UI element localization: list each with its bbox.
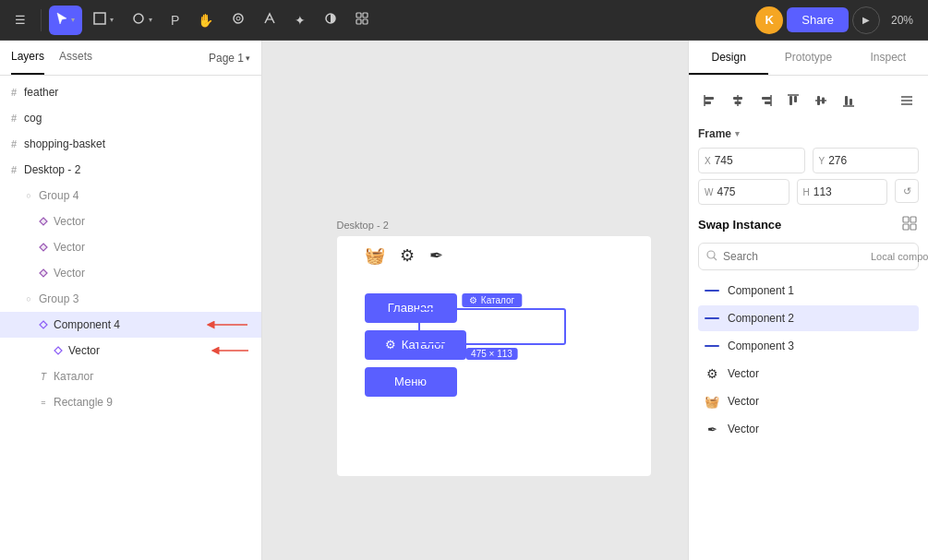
- align-middle-btn[interactable]: [809, 89, 833, 113]
- search-icon: [706, 250, 717, 264]
- chevron-icon: ▾: [71, 16, 75, 24]
- arrow-indicator-1: [203, 318, 254, 331]
- align-center-btn[interactable]: [726, 89, 750, 113]
- plugin-tool[interactable]: ✦: [287, 6, 313, 35]
- rect-icon: =: [37, 396, 50, 409]
- nav-btn-home[interactable]: Главная: [365, 293, 457, 323]
- layer-item-feather[interactable]: # feather: [0, 79, 261, 105]
- plugin-icon: ✦: [295, 13, 306, 28]
- component-item-vec1[interactable]: ⚙ Vector: [698, 361, 919, 387]
- scope-select[interactable]: Local compo...: [867, 250, 928, 263]
- play-button[interactable]: ▶: [852, 6, 880, 34]
- frame-tool[interactable]: ▾: [86, 6, 121, 35]
- user-avatar[interactable]: K: [755, 6, 783, 34]
- component-item-2[interactable]: Component 2: [698, 305, 919, 331]
- component-item-1[interactable]: Component 1: [698, 278, 919, 304]
- layer-item-group4[interactable]: ○ Group 4: [0, 183, 261, 209]
- contrast-tool[interactable]: [317, 6, 344, 35]
- swap-instance-header: Swap Instance: [698, 214, 919, 235]
- layer-name-group4: Group 4: [39, 189, 254, 202]
- layer-item-shopping-basket[interactable]: # shopping-basket: [0, 131, 261, 157]
- align-left-btn[interactable]: [698, 89, 722, 113]
- nav-btn-menu[interactable]: Меню: [365, 367, 457, 397]
- layers-tab[interactable]: Layers: [11, 41, 44, 75]
- paint-icon: [263, 12, 276, 28]
- layer-item-desktop2[interactable]: # Desktop - 2: [0, 157, 261, 183]
- design-tab[interactable]: Design: [689, 41, 768, 75]
- select-tool[interactable]: ▾: [49, 6, 82, 35]
- chevron-down-icon-frame: ▾: [735, 129, 740, 138]
- menu-button[interactable]: ☰: [7, 6, 33, 35]
- comment-tool[interactable]: [224, 6, 252, 35]
- align-right-btn[interactable]: [753, 89, 777, 113]
- frame-section-header: Frame ▾: [698, 127, 919, 140]
- more-align-btn[interactable]: [895, 89, 919, 113]
- right-panel: Design Prototype Inspect: [688, 41, 928, 560]
- arrow-indicator-2: [208, 344, 254, 357]
- pen-tool[interactable]: P: [163, 6, 187, 35]
- nav-btn-catalog[interactable]: ⚙ Каталог: [365, 330, 466, 360]
- layer-item-group3[interactable]: ○ Group 3: [0, 286, 261, 312]
- y-field[interactable]: Y 276: [813, 148, 920, 173]
- layer-item-vector4[interactable]: Vector: [0, 338, 261, 363]
- svg-point-3: [236, 17, 240, 20]
- hand-icon: ✋: [198, 13, 213, 28]
- layer-name-vector2: Vector: [54, 241, 254, 254]
- w-field[interactable]: W 475: [698, 179, 789, 205]
- svg-rect-5: [356, 13, 361, 18]
- layer-item-vector3[interactable]: Vector: [0, 260, 261, 286]
- layer-item-catalog[interactable]: T Каталог: [0, 363, 261, 389]
- prototype-tab[interactable]: Prototype: [768, 41, 848, 75]
- zoom-level[interactable]: 20%: [884, 10, 921, 30]
- vector4-icon: [52, 344, 65, 357]
- search-row[interactable]: Local compo...: [698, 243, 919, 270]
- layer-name-catalog: Каталог: [54, 370, 254, 383]
- layer-name-component4: Component 4: [54, 318, 196, 331]
- search-input[interactable]: [723, 250, 862, 263]
- corner-btn[interactable]: ↺: [895, 179, 919, 203]
- layer-item-cog[interactable]: # cog: [0, 105, 261, 131]
- layer-item-vector2[interactable]: Vector: [0, 234, 261, 260]
- layer-item-rect9[interactable]: = Rectangle 9: [0, 389, 261, 415]
- shape-tool[interactable]: ▾: [125, 6, 160, 35]
- layer-name: feather: [24, 86, 254, 99]
- component-item-vec3[interactable]: ✒ Vector: [698, 416, 919, 442]
- grid-icon: [902, 216, 917, 231]
- group-icon: ○: [22, 189, 35, 202]
- x-value: 745: [715, 154, 799, 167]
- layer-name-rect9: Rectangle 9: [54, 396, 254, 409]
- svg-rect-34: [903, 224, 909, 230]
- share-button[interactable]: Share: [787, 7, 849, 32]
- component-item-vec2[interactable]: 🧺 Vector: [698, 388, 919, 414]
- grid-view-btn[interactable]: [900, 214, 919, 235]
- layer-name-vector1: Vector: [54, 215, 254, 228]
- align-bottom-btn[interactable]: [837, 89, 861, 113]
- component-list: Component 1 Component 2 Component 3: [698, 278, 919, 442]
- svg-rect-27: [850, 99, 852, 105]
- x-label: X: [705, 156, 711, 166]
- y-value: 276: [828, 154, 912, 167]
- assets-tab[interactable]: Assets: [59, 41, 92, 75]
- svg-point-1: [134, 14, 143, 23]
- align-middle-icon: [814, 94, 827, 107]
- component-tool[interactable]: [348, 6, 376, 35]
- h-field[interactable]: H 113: [797, 179, 888, 205]
- component-item-3[interactable]: Component 3: [698, 333, 919, 359]
- h-label: H: [803, 187, 810, 197]
- frame-hash-icon-3: #: [7, 137, 20, 150]
- svg-rect-33: [910, 217, 916, 222]
- cursor-icon: [56, 12, 67, 28]
- layer-item-component4[interactable]: Component 4: [0, 312, 261, 338]
- page-selector[interactable]: Page 1 ▾: [209, 52, 250, 65]
- vector-icon-1: [37, 215, 50, 228]
- layers-list: # feather # cog # shopping-basket # Desk…: [0, 76, 261, 560]
- align-top-btn[interactable]: [781, 89, 805, 113]
- hand-tool[interactable]: ✋: [190, 6, 221, 35]
- inspect-tab[interactable]: Inspect: [849, 41, 928, 75]
- x-field[interactable]: X 745: [698, 148, 805, 173]
- comp2-icon: [704, 310, 720, 327]
- svg-rect-21: [794, 96, 797, 102]
- paint-tool[interactable]: [256, 6, 283, 35]
- layer-item-vector1[interactable]: Vector: [0, 209, 261, 234]
- canvas[interactable]: Desktop - 2 🧺 ⚙ ✒ Главная ⚙ Каталог: [262, 41, 688, 560]
